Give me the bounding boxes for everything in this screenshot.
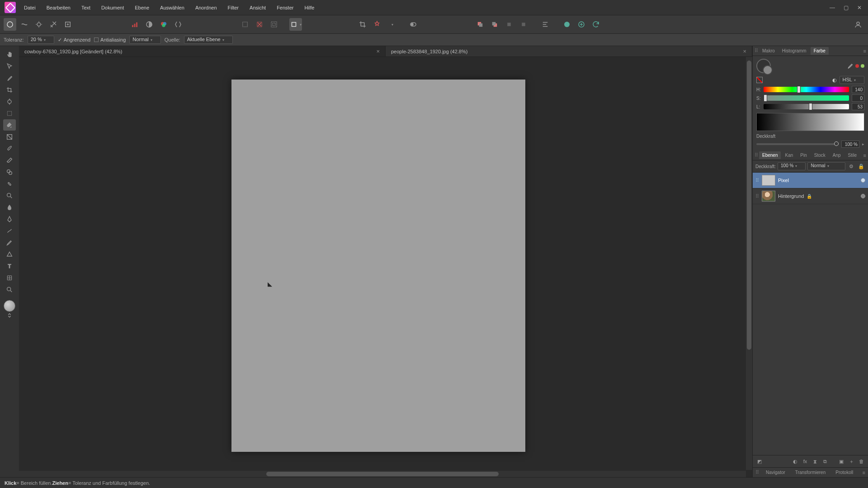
recent-color-dot[interactable] — [855, 64, 859, 68]
crop-tool[interactable] — [3, 84, 16, 95]
lig-slider[interactable] — [764, 104, 849, 109]
account-icon[interactable] — [852, 18, 864, 31]
autowb-icon[interactable] — [172, 18, 184, 31]
colorpicker-tool[interactable] — [3, 72, 16, 84]
brush-tool[interactable] — [3, 143, 16, 154]
group-icon[interactable]: ▣ — [837, 457, 845, 465]
color-gradient-strip[interactable] — [756, 113, 864, 131]
add-layer-icon[interactable]: ＋ — [847, 457, 855, 465]
persona-photo-icon[interactable] — [4, 18, 16, 31]
menu-ansicht[interactable]: Ansicht — [244, 1, 271, 14]
menu-text[interactable]: Text — [76, 1, 96, 14]
dodge-tool[interactable] — [3, 190, 16, 201]
autolevels-icon[interactable] — [128, 18, 141, 31]
marquee-tool[interactable] — [3, 108, 16, 119]
layer-visibility-icon[interactable] — [861, 178, 865, 183]
refine-icon[interactable] — [371, 18, 383, 31]
align-icon[interactable] — [539, 18, 552, 31]
layer-row[interactable]: ⠿ Pixel — [753, 173, 868, 188]
document-tab[interactable]: cowboy-67630_1920.jpg [Geändert] (42.8%)… — [19, 46, 386, 56]
erase-tool[interactable] — [3, 155, 16, 166]
tab-histogramm[interactable]: Histogramm — [779, 47, 810, 55]
tab-ebenen[interactable]: Ebenen — [759, 151, 781, 159]
smudge-tool[interactable] — [3, 225, 16, 236]
tab-navigator[interactable]: Navigator — [763, 469, 788, 476]
menu-dokument[interactable]: Dokument — [96, 1, 129, 14]
tolerance-value[interactable]: 20 % — [28, 36, 54, 44]
clone-tool[interactable] — [3, 166, 16, 178]
selection-deselect-icon[interactable] — [253, 18, 266, 31]
menu-anordnen[interactable]: Anordnen — [190, 1, 222, 14]
menu-datei[interactable]: Datei — [19, 1, 41, 14]
autocontrast-icon[interactable] — [143, 18, 156, 31]
persona-tonemap-icon[interactable] — [47, 18, 60, 31]
document-tab[interactable]: people-2583848_1920.jpg (42.8%) × — [386, 46, 752, 56]
selection-brush-tool[interactable] — [3, 96, 16, 107]
tab-makro[interactable]: Makro — [759, 47, 778, 55]
tab-protokoll[interactable]: Protokoll — [832, 469, 856, 476]
sat-value[interactable] — [852, 94, 864, 102]
tab-close-icon[interactable]: × — [743, 48, 746, 55]
layer-thumbnail[interactable] — [762, 191, 775, 202]
arrange-forward-icon[interactable] — [503, 18, 515, 31]
lig-value[interactable] — [852, 103, 864, 110]
arrange-back-icon[interactable] — [488, 18, 501, 31]
arrange-front-icon[interactable] — [474, 18, 486, 31]
layer-drag-icon[interactable]: ⠿ — [755, 178, 759, 183]
mesh-tool[interactable] — [3, 272, 16, 283]
arrange-backward-icon[interactable] — [517, 18, 530, 31]
nocolor-icon[interactable] — [756, 77, 763, 83]
zoom-tool[interactable] — [3, 284, 16, 295]
layer-lock-icon[interactable]: 🔒 — [807, 194, 812, 199]
minimize-button[interactable]: — — [826, 2, 839, 13]
addlive-icon[interactable] — [575, 18, 588, 31]
adjustment-icon[interactable]: ◐ — [791, 457, 799, 465]
layer-lock-icon[interactable]: 🔒 — [857, 162, 865, 170]
maximize-button[interactable]: ▢ — [839, 2, 853, 13]
layer-name[interactable]: Pixel — [778, 178, 789, 183]
flood-fill-tool[interactable] — [3, 119, 16, 131]
autocolors-icon[interactable] — [157, 18, 170, 31]
panel-menu-icon[interactable]: ≡ — [863, 470, 865, 475]
crop-icon[interactable] — [356, 18, 369, 31]
persona-develop-icon[interactable] — [33, 18, 45, 31]
opacity-chevron-icon[interactable]: ▸ — [862, 142, 864, 146]
mask-icon[interactable]: ◩ — [755, 457, 764, 465]
color-wheel-icon[interactable]: ◐ — [832, 77, 837, 83]
tab-pin[interactable]: Pin — [797, 151, 810, 159]
layer-row[interactable]: ⠿ Hintergrund 🔒 — [753, 188, 868, 204]
text-tool[interactable] — [3, 260, 16, 272]
vertical-scrollbar[interactable] — [746, 57, 752, 470]
persona-liquify-icon[interactable] — [18, 18, 31, 31]
sat-slider[interactable] — [764, 95, 849, 101]
menu-auswaehlen[interactable]: Auswählen — [155, 1, 190, 14]
gradient-tool[interactable] — [3, 131, 16, 142]
tab-close-icon[interactable]: × — [376, 48, 380, 55]
canvas-viewport[interactable]: ◣ — [19, 57, 752, 477]
tab-farbe[interactable]: Farbe — [811, 47, 829, 55]
refine-dropdown[interactable] — [385, 18, 398, 31]
shape-tool[interactable] — [3, 249, 16, 260]
menu-ebene[interactable]: Ebene — [129, 1, 155, 14]
menu-filter[interactable]: Filter — [222, 1, 244, 14]
tab-transformieren[interactable]: Transformieren — [792, 469, 829, 476]
selection-new-icon[interactable] — [239, 18, 251, 31]
livefilter-icon[interactable]: ⧗ — [811, 457, 819, 465]
persona-export-icon[interactable] — [61, 18, 74, 31]
contiguous-checkbox[interactable]: ✓Angrenzend — [58, 37, 90, 43]
eyedropper-icon[interactable] — [846, 62, 854, 70]
fx-icon[interactable]: fx — [801, 457, 809, 465]
blendmode-select[interactable]: Normal — [129, 36, 160, 44]
opacity-slider[interactable] — [756, 143, 839, 145]
source-select[interactable]: Aktuelle Ebene — [184, 36, 233, 44]
layer-name[interactable]: Hintergrund — [778, 193, 804, 199]
move-tool[interactable] — [3, 61, 16, 72]
foreground-color-well[interactable] — [4, 300, 15, 312]
tab-anp[interactable]: Anp — [830, 151, 844, 159]
swap-colors-icon[interactable] — [3, 312, 16, 319]
layer-settings-icon[interactable]: ⚙ — [847, 162, 855, 170]
panel-menu-icon[interactable]: ≡ — [863, 153, 866, 158]
layer-blend-select[interactable]: Normal — [807, 162, 845, 170]
color-swatch[interactable] — [756, 59, 771, 73]
layer-visibility-icon[interactable] — [861, 194, 865, 198]
